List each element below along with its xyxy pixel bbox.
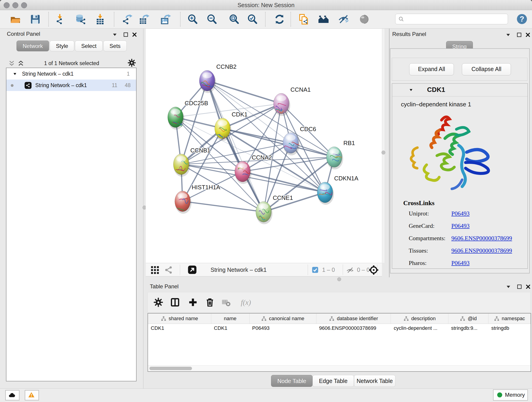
shared-column-icon [494, 316, 500, 321]
add-column-icon[interactable] [188, 297, 198, 307]
status-bar: Memory [0, 389, 532, 402]
toolbar-separator [265, 12, 266, 27]
crosslink-label: Pharos: [409, 260, 427, 267]
export-image-icon[interactable] [161, 14, 172, 25]
gene-card-header[interactable]: CDK1 [392, 84, 527, 96]
fit-selected-icon[interactable] [368, 265, 379, 275]
results-panel-float-icon[interactable] [516, 32, 522, 38]
crosslink-pharos-link[interactable]: P06493 [451, 260, 469, 267]
hidden-nodes-icon [346, 266, 354, 274]
column-label: @id [468, 316, 476, 322]
right-splitter[interactable] [382, 29, 385, 263]
help-button[interactable]: ? [516, 13, 528, 25]
hide-labels-icon[interactable] [338, 14, 349, 25]
shared-column-icon [161, 316, 166, 321]
network-canvas[interactable]: CCNB2CCNA1CDC25BCDK1CDC6RB1CCNB1CCNA2CDK… [146, 29, 382, 263]
cloud-icon [8, 392, 15, 399]
column-header-name[interactable]: name [211, 313, 249, 324]
control-panel-collapse-icon[interactable] [112, 32, 118, 38]
collection-expand-icon[interactable] [12, 71, 17, 77]
column-label: name [224, 316, 236, 322]
column-header-@id[interactable]: @id [448, 313, 488, 324]
crosslink-label: GeneCard: [409, 223, 435, 230]
tab-node-table[interactable]: Node Table [271, 375, 312, 387]
results-panel-close-icon[interactable] [525, 32, 531, 38]
bottom-splitter-handle[interactable] [337, 277, 341, 281]
control-panel-close-icon[interactable] [132, 32, 138, 38]
network-panel-gear-icon[interactable] [127, 58, 136, 67]
zoom-out-icon[interactable] [206, 14, 217, 25]
memory-button[interactable]: Memory [493, 389, 528, 401]
column-header-canonical-name[interactable]: canonical name [249, 313, 317, 324]
search-input-wrap [395, 14, 508, 24]
import-network-from-database-icon[interactable] [75, 14, 86, 25]
cell: CDK1 [211, 324, 249, 333]
network-row-selected[interactable]: String Network – cdk1 11 48 [6, 80, 136, 91]
import-table-icon[interactable] [95, 14, 106, 25]
scrollbar-thumb[interactable] [149, 367, 192, 370]
warning-icon [28, 391, 35, 398]
cell: stringdb [488, 324, 531, 333]
table-row[interactable]: CDK1CDK1P064939606.ENSP00000378699cyclin… [148, 324, 531, 333]
toolbar-separator [48, 12, 49, 27]
table-panel: Table Panel f(x) shared namenamecanonica… [146, 281, 532, 389]
save-session-icon[interactable] [30, 14, 41, 25]
selected-nodes-checkbox[interactable] [311, 266, 319, 274]
warnings-button[interactable] [25, 390, 39, 400]
show-columns-icon[interactable] [170, 297, 180, 307]
column-header-description[interactable]: description [391, 313, 448, 324]
export-table-icon[interactable] [139, 14, 150, 25]
expand-all-button[interactable]: Expand All [409, 63, 454, 75]
tab-network[interactable]: Network [17, 41, 49, 51]
gene-expand-icon[interactable] [409, 88, 413, 93]
column-header-namespac[interactable]: namespac [488, 313, 531, 324]
crosslink-tissues-link[interactable]: 9606.ENSP00000378699 [451, 247, 512, 254]
tab-network-table[interactable]: Network Table [354, 375, 395, 387]
tab-sets[interactable]: Sets [103, 41, 127, 51]
right-splitter-handle[interactable] [381, 151, 385, 154]
tab-style[interactable]: Style [50, 41, 74, 51]
zoom-fit-icon[interactable] [229, 14, 240, 25]
table-toolbar: f(x) [147, 292, 531, 313]
table-panel-close-icon[interactable] [525, 284, 531, 290]
results-panel: Results Panel String Expand All Collapse… [389, 29, 532, 277]
delete-column-icon[interactable] [205, 297, 215, 307]
svg-text:CCNA2: CCNA2 [252, 154, 272, 161]
shared-column-icon [329, 316, 335, 321]
network-view-icon[interactable] [165, 266, 173, 274]
birds-eye-view-icon[interactable] [188, 265, 197, 274]
protein-structure-image [405, 113, 494, 198]
network-collection-row[interactable]: String Network – cdk1 1 [6, 68, 136, 80]
export-network-icon[interactable] [122, 14, 133, 25]
crosslink-label: Tissues: [409, 247, 428, 254]
control-panel-float-icon[interactable] [123, 32, 129, 38]
crosslink-genecard-link[interactable]: P06493 [451, 223, 469, 230]
clone-network-icon[interactable] [298, 14, 309, 25]
grid-view-icon[interactable] [151, 266, 159, 274]
cloud-status-button[interactable] [5, 390, 19, 400]
refresh-layout-icon[interactable] [274, 14, 285, 25]
table-gear-icon[interactable] [153, 297, 163, 307]
column-header-shared-name[interactable]: shared name [148, 313, 211, 324]
column-header-database-identifier[interactable]: database identifier [317, 313, 391, 324]
collapse-all-button[interactable]: Collapse All [462, 63, 511, 75]
table-panel-collapse-icon[interactable] [505, 284, 511, 290]
zoom-selected-icon[interactable] [247, 14, 258, 25]
window-titlebar: Session: New Session [0, 0, 532, 10]
tab-edge-table[interactable]: Edge Table [312, 375, 354, 387]
results-panel-collapse-icon[interactable] [505, 32, 511, 38]
svg-text:RB1: RB1 [343, 140, 355, 147]
search-input[interactable] [406, 15, 506, 23]
crosslink-compartments-link[interactable]: 9606.ENSP00000378699 [451, 235, 512, 242]
cell: CDK1 [148, 324, 211, 333]
open-folder-icon[interactable] [10, 14, 21, 25]
zoom-in-icon[interactable] [187, 14, 198, 25]
network-overview-icon[interactable] [318, 14, 329, 25]
crosslink-uniprot-link[interactable]: P06493 [451, 210, 469, 217]
table-h-scrollbar [148, 365, 531, 371]
import-network-icon[interactable] [54, 14, 65, 25]
network-bullet-icon [10, 83, 14, 88]
show-graphics-icon[interactable] [359, 14, 370, 25]
table-panel-float-icon[interactable] [516, 284, 522, 290]
tab-select[interactable]: Select [75, 41, 103, 51]
